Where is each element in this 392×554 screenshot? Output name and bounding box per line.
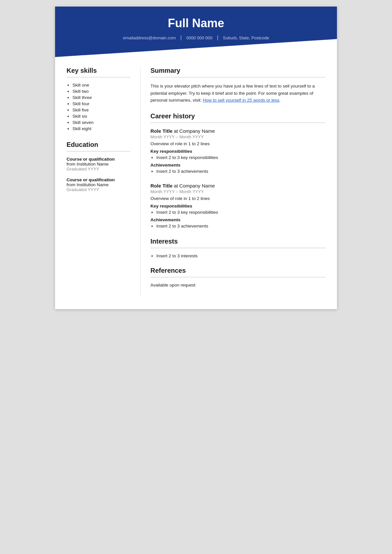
edu-institution-1: from Institution Name (67, 162, 130, 167)
summary-link[interactable]: How to sell yourself in 25 words or less (203, 98, 279, 103)
job-title-2: Role Title (150, 183, 172, 188)
edu-course-2: Course or qualification (67, 177, 130, 182)
summary-divider (150, 77, 325, 77)
edu-course-1: Course or qualification (67, 157, 130, 162)
education-title: Education (67, 141, 130, 148)
references-section: References Available upon request (150, 267, 325, 287)
edu-institution-2: from Institution Name (67, 182, 130, 187)
job-date-1: Month YYYY – Month YYYY (150, 134, 325, 139)
job-responsibilities-list-1: Insert 2 to 3 key responsibilities (150, 155, 325, 160)
list-item: Skill three (72, 95, 130, 100)
list-item: Insert 2 to 3 achievements (156, 169, 325, 174)
job-achievements-list-1: Insert 2 to 3 achievements (150, 169, 325, 174)
location: Suburb, State, Postcode (218, 35, 274, 40)
job-overview-2: Overview of role in 1 to 2 lines (150, 196, 325, 201)
list-item: Skill five (72, 108, 130, 112)
interests-divider (150, 248, 325, 248)
interests-section: Interests Insert 2 to 3 interests (150, 238, 325, 258)
job-title-line-1: Role Title at Company Name (150, 128, 325, 134)
resume-header: Full Name emailaddress@domain.com | 0000… (55, 7, 337, 57)
right-column: Summary This is your elevator pitch wher… (140, 67, 337, 296)
career-divider (150, 123, 325, 123)
job-responsibilities-list-2: Insert 2 to 3 key responsibilities (150, 210, 325, 215)
job-achievements-heading-1: Achievements (150, 163, 325, 168)
education-section: Education Course or qualification from I… (67, 141, 130, 192)
edu-grad-1: Graduated YYYY (67, 167, 130, 171)
job-title-line-2: Role Title at Company Name (150, 183, 325, 188)
full-name: Full Name (68, 16, 324, 30)
list-item: Skill one (72, 83, 130, 88)
contact-info: emailaddress@domain.com | 0000 000 000 |… (68, 35, 324, 41)
references-divider (150, 277, 325, 277)
list-item: Skill two (72, 89, 130, 94)
references-text: Available upon request (150, 283, 325, 287)
skills-section: Key skills Skill one Skill two Skill thr… (67, 67, 130, 131)
email: emailaddress@domain.com (118, 35, 180, 40)
job-date-2: Month YYYY – Month YYYY (150, 189, 325, 194)
job-company-2-text: at Company Name (174, 183, 215, 188)
list-item: Insert 2 to 3 key responsibilities (156, 155, 325, 160)
list-item: Insert 2 to 3 interests (156, 253, 325, 258)
list-item: Skill seven (72, 120, 130, 125)
list-item: Skill six (72, 114, 130, 119)
career-section: Career history Role Title at Company Nam… (150, 112, 325, 228)
list-item: Insert 2 to 3 key responsibilities (156, 210, 325, 215)
references-title: References (150, 267, 325, 274)
education-divider (67, 151, 130, 151)
list-item: Insert 2 to 3 achievements (156, 224, 325, 228)
job-item-2: Role Title at Company Name Month YYYY – … (150, 183, 325, 228)
job-responsibilities-heading-2: Key responsibilities (150, 204, 325, 208)
edu-item-2: Course or qualification from Institution… (67, 177, 130, 192)
summary-section: Summary This is your elevator pitch wher… (150, 67, 325, 104)
list-item: Skill eight (72, 126, 130, 131)
edu-item-1: Course or qualification from Institution… (67, 157, 130, 171)
career-title: Career history (150, 112, 325, 120)
interests-title: Interests (150, 238, 325, 245)
phone: 0000 000 000 (182, 35, 217, 40)
skills-title: Key skills (67, 67, 130, 74)
resume-document: Full Name emailaddress@domain.com | 0000… (55, 7, 337, 309)
summary-text: This is your elevator pitch where you ha… (150, 83, 325, 104)
job-overview-1: Overview of role in 1 to 2 lines (150, 141, 325, 146)
summary-title: Summary (150, 67, 325, 74)
job-company-1-text: at Company Name (174, 128, 215, 134)
resume-body: Key skills Skill one Skill two Skill thr… (55, 57, 337, 309)
skills-divider (67, 77, 130, 77)
list-item: Skill four (72, 101, 130, 106)
left-column: Key skills Skill one Skill two Skill thr… (55, 67, 140, 296)
job-item-1: Role Title at Company Name Month YYYY – … (150, 128, 325, 174)
interests-list: Insert 2 to 3 interests (150, 253, 325, 258)
edu-grad-2: Graduated YYYY (67, 187, 130, 192)
skills-list: Skill one Skill two Skill three Skill fo… (67, 83, 130, 131)
job-achievements-heading-2: Achievements (150, 217, 325, 222)
job-responsibilities-heading-1: Key responsibilities (150, 149, 325, 154)
job-achievements-list-2: Insert 2 to 3 achievements (150, 224, 325, 228)
job-title-1: Role Title (150, 128, 172, 134)
